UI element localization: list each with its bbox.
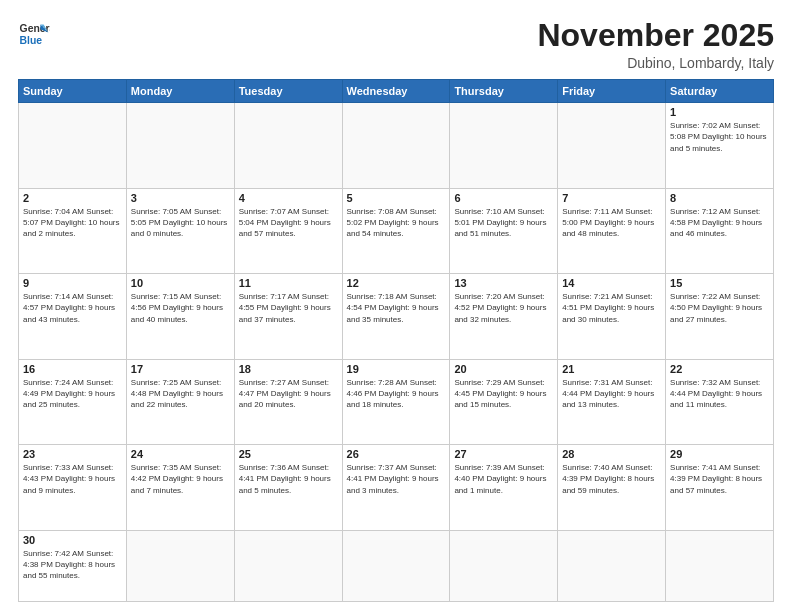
day-info: Sunrise: 7:40 AM Sunset: 4:39 PM Dayligh…: [562, 462, 661, 496]
day-info: Sunrise: 7:18 AM Sunset: 4:54 PM Dayligh…: [347, 291, 446, 325]
day-number: 12: [347, 277, 446, 289]
table-row: 16Sunrise: 7:24 AM Sunset: 4:49 PM Dayli…: [19, 359, 127, 445]
day-info: Sunrise: 7:25 AM Sunset: 4:48 PM Dayligh…: [131, 377, 230, 411]
day-number: 10: [131, 277, 230, 289]
svg-text:Blue: Blue: [20, 35, 43, 46]
table-row: 4Sunrise: 7:07 AM Sunset: 5:04 PM Daylig…: [234, 188, 342, 274]
day-number: 20: [454, 363, 553, 375]
table-row: 15Sunrise: 7:22 AM Sunset: 4:50 PM Dayli…: [666, 274, 774, 360]
day-info: Sunrise: 7:21 AM Sunset: 4:51 PM Dayligh…: [562, 291, 661, 325]
day-info: Sunrise: 7:31 AM Sunset: 4:44 PM Dayligh…: [562, 377, 661, 411]
day-info: Sunrise: 7:12 AM Sunset: 4:58 PM Dayligh…: [670, 206, 769, 240]
day-number: 22: [670, 363, 769, 375]
table-row: 19Sunrise: 7:28 AM Sunset: 4:46 PM Dayli…: [342, 359, 450, 445]
day-number: 4: [239, 192, 338, 204]
day-info: Sunrise: 7:37 AM Sunset: 4:41 PM Dayligh…: [347, 462, 446, 496]
day-info: Sunrise: 7:11 AM Sunset: 5:00 PM Dayligh…: [562, 206, 661, 240]
page: General Blue November 2025 Dubino, Lomba…: [0, 0, 792, 612]
table-row: 18Sunrise: 7:27 AM Sunset: 4:47 PM Dayli…: [234, 359, 342, 445]
day-info: Sunrise: 7:28 AM Sunset: 4:46 PM Dayligh…: [347, 377, 446, 411]
day-number: 21: [562, 363, 661, 375]
location-subtitle: Dubino, Lombardy, Italy: [537, 55, 774, 71]
day-number: 27: [454, 448, 553, 460]
day-info: Sunrise: 7:02 AM Sunset: 5:08 PM Dayligh…: [670, 120, 769, 154]
day-info: Sunrise: 7:05 AM Sunset: 5:05 PM Dayligh…: [131, 206, 230, 240]
day-number: 2: [23, 192, 122, 204]
day-number: 28: [562, 448, 661, 460]
logo: General Blue: [18, 18, 50, 50]
day-number: 1: [670, 106, 769, 118]
table-row: [126, 103, 234, 189]
table-row: 28Sunrise: 7:40 AM Sunset: 4:39 PM Dayli…: [558, 445, 666, 531]
table-row: 17Sunrise: 7:25 AM Sunset: 4:48 PM Dayli…: [126, 359, 234, 445]
day-number: 7: [562, 192, 661, 204]
day-number: 6: [454, 192, 553, 204]
day-info: Sunrise: 7:14 AM Sunset: 4:57 PM Dayligh…: [23, 291, 122, 325]
table-row: 23Sunrise: 7:33 AM Sunset: 4:43 PM Dayli…: [19, 445, 127, 531]
col-friday: Friday: [558, 80, 666, 103]
day-number: 25: [239, 448, 338, 460]
day-info: Sunrise: 7:27 AM Sunset: 4:47 PM Dayligh…: [239, 377, 338, 411]
day-info: Sunrise: 7:39 AM Sunset: 4:40 PM Dayligh…: [454, 462, 553, 496]
day-number: 30: [23, 534, 122, 546]
table-row: 1Sunrise: 7:02 AM Sunset: 5:08 PM Daylig…: [666, 103, 774, 189]
day-info: Sunrise: 7:20 AM Sunset: 4:52 PM Dayligh…: [454, 291, 553, 325]
day-info: Sunrise: 7:35 AM Sunset: 4:42 PM Dayligh…: [131, 462, 230, 496]
table-row: 24Sunrise: 7:35 AM Sunset: 4:42 PM Dayli…: [126, 445, 234, 531]
day-number: 14: [562, 277, 661, 289]
day-info: Sunrise: 7:04 AM Sunset: 5:07 PM Dayligh…: [23, 206, 122, 240]
table-row: 6Sunrise: 7:10 AM Sunset: 5:01 PM Daylig…: [450, 188, 558, 274]
day-info: Sunrise: 7:07 AM Sunset: 5:04 PM Dayligh…: [239, 206, 338, 240]
day-number: 8: [670, 192, 769, 204]
table-row: 11Sunrise: 7:17 AM Sunset: 4:55 PM Dayli…: [234, 274, 342, 360]
day-number: 23: [23, 448, 122, 460]
day-info: Sunrise: 7:42 AM Sunset: 4:38 PM Dayligh…: [23, 548, 122, 582]
day-number: 24: [131, 448, 230, 460]
day-info: Sunrise: 7:32 AM Sunset: 4:44 PM Dayligh…: [670, 377, 769, 411]
col-tuesday: Tuesday: [234, 80, 342, 103]
day-number: 16: [23, 363, 122, 375]
day-info: Sunrise: 7:10 AM Sunset: 5:01 PM Dayligh…: [454, 206, 553, 240]
calendar-table: Sunday Monday Tuesday Wednesday Thursday…: [18, 79, 774, 602]
table-row: [126, 530, 234, 601]
day-number: 11: [239, 277, 338, 289]
day-number: 3: [131, 192, 230, 204]
col-thursday: Thursday: [450, 80, 558, 103]
table-row: 20Sunrise: 7:29 AM Sunset: 4:45 PM Dayli…: [450, 359, 558, 445]
header: General Blue November 2025 Dubino, Lomba…: [18, 18, 774, 71]
day-info: Sunrise: 7:15 AM Sunset: 4:56 PM Dayligh…: [131, 291, 230, 325]
logo-icon: General Blue: [18, 18, 50, 50]
table-row: 14Sunrise: 7:21 AM Sunset: 4:51 PM Dayli…: [558, 274, 666, 360]
table-row: [450, 103, 558, 189]
day-number: 15: [670, 277, 769, 289]
col-sunday: Sunday: [19, 80, 127, 103]
table-row: 12Sunrise: 7:18 AM Sunset: 4:54 PM Dayli…: [342, 274, 450, 360]
table-row: 26Sunrise: 7:37 AM Sunset: 4:41 PM Dayli…: [342, 445, 450, 531]
table-row: 30Sunrise: 7:42 AM Sunset: 4:38 PM Dayli…: [19, 530, 127, 601]
table-row: [666, 530, 774, 601]
day-number: 18: [239, 363, 338, 375]
table-row: 3Sunrise: 7:05 AM Sunset: 5:05 PM Daylig…: [126, 188, 234, 274]
table-row: [450, 530, 558, 601]
table-row: [19, 103, 127, 189]
table-row: 21Sunrise: 7:31 AM Sunset: 4:44 PM Dayli…: [558, 359, 666, 445]
day-number: 13: [454, 277, 553, 289]
table-row: [558, 530, 666, 601]
day-info: Sunrise: 7:29 AM Sunset: 4:45 PM Dayligh…: [454, 377, 553, 411]
table-row: 2Sunrise: 7:04 AM Sunset: 5:07 PM Daylig…: [19, 188, 127, 274]
table-row: 13Sunrise: 7:20 AM Sunset: 4:52 PM Dayli…: [450, 274, 558, 360]
table-row: 29Sunrise: 7:41 AM Sunset: 4:39 PM Dayli…: [666, 445, 774, 531]
table-row: 8Sunrise: 7:12 AM Sunset: 4:58 PM Daylig…: [666, 188, 774, 274]
day-info: Sunrise: 7:41 AM Sunset: 4:39 PM Dayligh…: [670, 462, 769, 496]
day-number: 9: [23, 277, 122, 289]
day-info: Sunrise: 7:24 AM Sunset: 4:49 PM Dayligh…: [23, 377, 122, 411]
table-row: 9Sunrise: 7:14 AM Sunset: 4:57 PM Daylig…: [19, 274, 127, 360]
table-row: [234, 530, 342, 601]
table-row: [234, 103, 342, 189]
table-row: 25Sunrise: 7:36 AM Sunset: 4:41 PM Dayli…: [234, 445, 342, 531]
table-row: 7Sunrise: 7:11 AM Sunset: 5:00 PM Daylig…: [558, 188, 666, 274]
month-title: November 2025: [537, 18, 774, 53]
table-row: 22Sunrise: 7:32 AM Sunset: 4:44 PM Dayli…: [666, 359, 774, 445]
day-number: 17: [131, 363, 230, 375]
day-info: Sunrise: 7:08 AM Sunset: 5:02 PM Dayligh…: [347, 206, 446, 240]
